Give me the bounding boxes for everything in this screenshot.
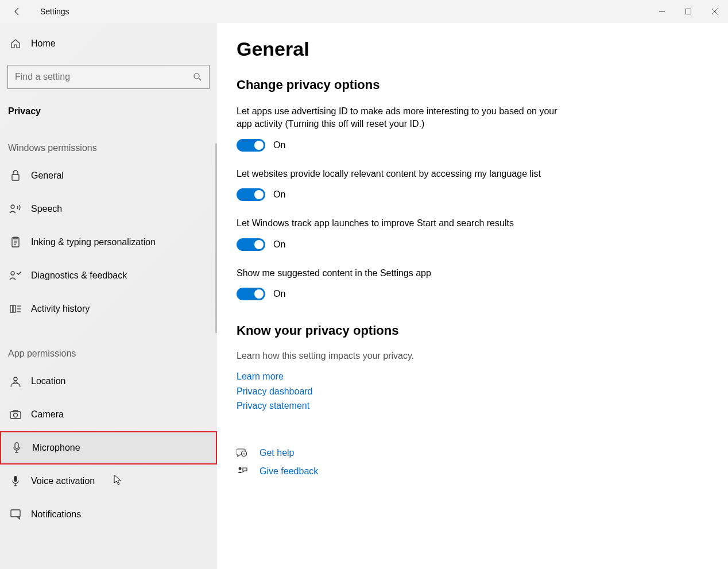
privacy-link[interactable]: Privacy dashboard <box>237 384 708 399</box>
svg-rect-1 <box>686 9 691 14</box>
diagnostics-icon <box>8 270 23 281</box>
svg-rect-13 <box>13 305 16 312</box>
svg-point-29 <box>239 467 242 470</box>
search-input[interactable] <box>15 72 193 82</box>
svg-point-5 <box>11 205 14 208</box>
toggle-switch[interactable] <box>237 288 265 300</box>
svg-point-2 <box>194 73 199 79</box>
close-icon <box>711 8 718 15</box>
window-title: Settings <box>40 7 69 16</box>
close-button[interactable] <box>702 2 728 21</box>
search-icon <box>193 72 202 82</box>
titlebar: Settings <box>0 0 728 23</box>
activity-icon <box>8 304 23 314</box>
toggle-switch[interactable] <box>237 238 265 251</box>
sidebar-item-activity-history[interactable]: Activity history <box>0 292 217 326</box>
svg-rect-18 <box>10 412 21 419</box>
sidebar-item-label: Inking & typing personalization <box>31 237 156 247</box>
toggle-switch[interactable] <box>237 139 265 152</box>
privacy-option: Let apps use advertising ID to make ads … <box>237 105 558 152</box>
toggle-state-label: On <box>273 140 285 150</box>
home-icon <box>9 38 22 49</box>
sidebar-home[interactable]: Home <box>0 28 217 59</box>
section-title: Change privacy options <box>237 78 708 92</box>
sidebar-item-label: Activity history <box>31 304 90 314</box>
lock-icon <box>8 170 23 181</box>
search-box[interactable] <box>7 65 210 89</box>
svg-rect-20 <box>15 443 18 448</box>
sidebar-item-label: Microphone <box>32 443 80 453</box>
svg-point-19 <box>14 413 18 417</box>
feedback-icon <box>237 466 248 477</box>
location-icon <box>8 376 23 387</box>
svg-point-17 <box>14 377 17 381</box>
speech-icon <box>8 204 23 214</box>
toggle-switch[interactable] <box>237 188 265 201</box>
voice-icon <box>8 475 23 487</box>
get-help-row: ? Get help <box>237 448 708 458</box>
microphone-icon <box>9 442 24 454</box>
sidebar-item-diagnostics-feedback[interactable]: Diagnostics & feedback <box>0 259 217 292</box>
minimize-icon <box>659 8 665 15</box>
sidebar-item-label: Voice activation <box>31 476 95 486</box>
option-description: Let apps use advertising ID to make ads … <box>237 105 558 131</box>
maximize-button[interactable] <box>675 2 702 21</box>
know-title: Know your privacy options <box>237 323 708 338</box>
sidebar-item-label: General <box>31 171 64 181</box>
arrow-left-icon <box>13 7 22 16</box>
sidebar-item-speech[interactable]: Speech <box>0 192 217 226</box>
svg-rect-12 <box>10 305 13 312</box>
know-subtitle: Learn how this setting impacts your priv… <box>237 351 708 361</box>
privacy-option: Let websites provide locally relevant co… <box>237 168 558 201</box>
privacy-option: Show me suggested content in the Setting… <box>237 267 558 300</box>
sidebar-item-camera[interactable]: Camera <box>0 398 217 431</box>
toggle-state-label: On <box>273 289 285 299</box>
give-feedback-link[interactable]: Give feedback <box>260 466 318 477</box>
sidebar-item-general[interactable]: General <box>0 159 217 192</box>
sidebar-item-label: Location <box>31 376 66 386</box>
sidebar-item-microphone[interactable]: Microphone <box>0 431 217 465</box>
window-controls <box>649 2 728 21</box>
sidebar-item-inking-typing-personalization[interactable]: Inking & typing personalization <box>0 226 217 259</box>
privacy-link[interactable]: Privacy statement <box>237 398 708 413</box>
svg-line-3 <box>199 78 201 80</box>
camera-icon <box>8 410 23 419</box>
privacy-links: Learn morePrivacy dashboardPrivacy state… <box>237 369 708 413</box>
minimize-button[interactable] <box>649 2 675 21</box>
give-feedback-row: Give feedback <box>237 466 708 477</box>
sidebar-item-label: Notifications <box>31 509 81 520</box>
privacy-link[interactable]: Learn more <box>237 369 708 384</box>
maximize-icon <box>685 8 692 15</box>
toggle-state-label: On <box>273 189 285 200</box>
svg-rect-23 <box>14 476 17 482</box>
sidebar-group-app: App permissions <box>0 326 217 365</box>
sidebar-item-label: Diagnostics & feedback <box>31 270 127 281</box>
sidebar-item-label: Speech <box>31 204 62 214</box>
option-description: Let Windows track app launches to improv… <box>237 217 558 230</box>
svg-point-11 <box>11 272 14 275</box>
get-help-link[interactable]: Get help <box>260 448 294 458</box>
sidebar-item-location[interactable]: Location <box>0 365 217 398</box>
option-description: Show me suggested content in the Setting… <box>237 267 558 280</box>
toggle-state-label: On <box>273 239 285 250</box>
sidebar-item-voice-activation[interactable]: Voice activation <box>0 465 217 498</box>
sidebar: Home Privacy Windows permissions General… <box>0 23 217 569</box>
sidebar-home-label: Home <box>31 38 56 49</box>
inking-icon <box>8 237 23 248</box>
content-pane: General Change privacy options Let apps … <box>217 23 728 569</box>
privacy-option: Let Windows track app launches to improv… <box>237 217 558 250</box>
page-title: General <box>237 38 708 60</box>
sidebar-section-label: Privacy <box>0 89 217 120</box>
option-description: Let websites provide locally relevant co… <box>237 168 558 180</box>
sidebar-group-windows: Windows permissions <box>0 120 217 159</box>
sidebar-item-notifications[interactable]: Notifications <box>0 498 217 531</box>
back-button[interactable] <box>9 3 26 20</box>
notifications-icon <box>8 509 23 520</box>
sidebar-item-label: Camera <box>31 409 64 420</box>
svg-rect-4 <box>12 175 19 180</box>
svg-rect-26 <box>11 510 20 517</box>
help-icon: ? <box>237 448 248 458</box>
